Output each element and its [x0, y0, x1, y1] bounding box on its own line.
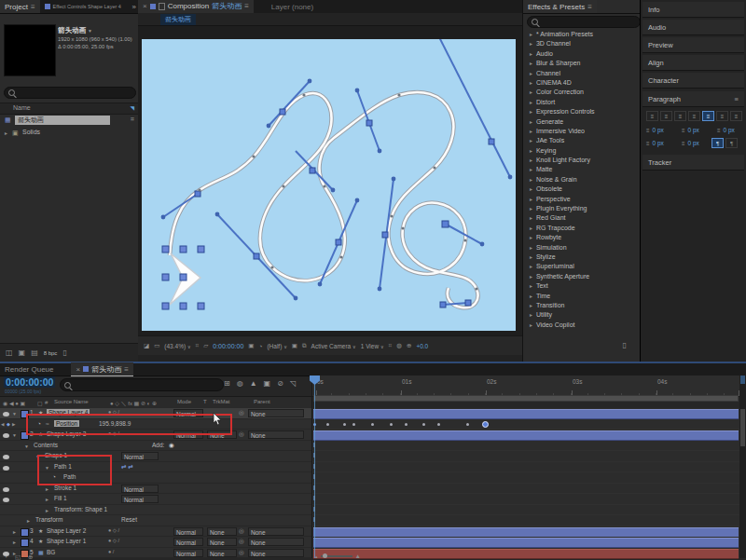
composition-canvas[interactable] — [142, 39, 516, 331]
align-button-3[interactable]: ≡ — [674, 111, 686, 121]
tab-timeline-comp[interactable]: × 箭头动画 ≡ — [71, 362, 132, 376]
effect-category-3d-channel[interactable]: ►3D Channel — [523, 39, 641, 48]
column-name-header[interactable]: Name — [13, 104, 31, 111]
effect-category-perspective[interactable]: ►Perspective — [523, 195, 641, 204]
camera-select[interactable]: Active Camera ∨ — [311, 343, 356, 349]
effect-category-time[interactable]: ►Time — [523, 292, 641, 301]
effect-category-animation-presets[interactable]: ►* Animation Presets — [523, 30, 641, 39]
close-tab-icon[interactable]: × — [76, 365, 80, 374]
tab-project[interactable]: Project ≡ — [0, 0, 40, 13]
align-button-6[interactable]: ≡ — [716, 111, 728, 121]
tab-effects-presets[interactable]: Effects & Presets ≡ — [523, 0, 597, 13]
effect-category-jae-tools[interactable]: ►JAe Tools — [523, 136, 641, 145]
keyframe[interactable] — [466, 423, 469, 426]
t-header[interactable]: T — [203, 399, 207, 404]
track-transform[interactable]: I — [312, 515, 739, 526]
transparency-grid-icon[interactable]: ⧉ — [302, 342, 307, 349]
text-direction-rtl-button[interactable]: ¶ — [725, 138, 738, 148]
expand-transfer-controls-icon[interactable]: ◱ — [15, 553, 21, 560]
keyframe[interactable] — [405, 423, 408, 426]
effect-category-audio[interactable]: ►Audio — [523, 49, 641, 59]
keyframe[interactable] — [343, 423, 346, 426]
effect-category-blur-sharpen[interactable]: ►Blur & Sharpen — [523, 59, 641, 68]
time-ruler[interactable]: 0s01s02s03s04s05s — [312, 376, 739, 397]
track-shape-layer-1[interactable] — [312, 537, 739, 548]
magnification-icon[interactable]: ▭ — [154, 342, 159, 349]
indent-field-5[interactable]: ≡0 px — [682, 138, 715, 148]
effect-category-generate[interactable]: ►Generate — [523, 117, 641, 127]
text-direction-ltr-button[interactable]: ¶ — [711, 138, 724, 148]
effects-search-input[interactable] — [527, 16, 641, 28]
comp-settings-icon[interactable]: ⌗ — [131, 116, 134, 123]
indent-field-4[interactable]: ≡0 px — [646, 138, 680, 148]
motion-blur-icon[interactable]: ⊘ — [277, 379, 283, 388]
hide-shy-layers-icon[interactable]: ▲ — [250, 379, 257, 388]
align-button-1[interactable]: ≡ — [646, 111, 658, 121]
comp-name[interactable]: 箭头动画 — [58, 26, 86, 34]
frame-blending-icon[interactable]: ▣ — [264, 379, 271, 388]
effect-category-expression-controls[interactable]: ►Expression Controls — [523, 107, 641, 116]
layer-duration-bar[interactable] — [313, 430, 739, 441]
align-button-7[interactable]: ≡ — [730, 111, 742, 121]
track-shape-layer-2[interactable] — [312, 526, 739, 538]
effect-category-red-giant[interactable]: ►Red Giant — [523, 213, 641, 223]
track-stroke-1[interactable]: I — [312, 484, 739, 495]
project-search-input[interactable] — [4, 87, 136, 99]
effect-category-channel[interactable]: ►Channel — [523, 69, 641, 78]
track-position[interactable] — [312, 419, 739, 430]
zoom-out-mountain-icon[interactable]: ▴ — [315, 553, 318, 559]
track-contents[interactable]: I — [312, 441, 739, 452]
keyframe[interactable] — [422, 423, 425, 426]
graph-editor-icon[interactable]: ◹ — [290, 379, 296, 388]
viewer-tab[interactable]: 箭头动画 — [160, 14, 196, 25]
scrollbar-thumb[interactable] — [740, 409, 745, 446]
effect-category-stylize[interactable]: ►Stylize — [523, 253, 641, 262]
keyframe[interactable] — [371, 423, 374, 426]
keyframe[interactable] — [437, 423, 440, 426]
zoom-select[interactable]: (43.4%) ∨ — [164, 343, 190, 349]
panel-menu-icon[interactable]: ≡ — [124, 365, 129, 374]
mask-visibility-icon[interactable]: ▱ — [203, 342, 208, 349]
layer-duration-bar[interactable] — [313, 549, 739, 559]
effect-category-noise-grain[interactable]: ►Noise & Grain — [523, 175, 641, 184]
layer-duration-bar[interactable] — [313, 527, 739, 538]
zoom-in-mountain-icon[interactable]: ▲ — [355, 553, 361, 559]
mode-header[interactable]: Mode — [177, 399, 191, 404]
channels-icon[interactable]: ◔ — [258, 343, 262, 349]
audio-panel-header[interactable]: Audio — [642, 20, 744, 35]
preview-panel-header[interactable]: Preview — [642, 37, 744, 53]
view-layout-select[interactable]: 1 View ∨ — [361, 343, 384, 349]
keyframe[interactable] — [326, 423, 329, 426]
effect-category-transition[interactable]: ►Transition — [523, 301, 641, 310]
effect-category-obsolete[interactable]: ►Obsolete — [523, 184, 641, 194]
info-panel-header[interactable]: Info — [642, 2, 744, 18]
track-bg[interactable] — [312, 548, 739, 559]
track-shape-layer-3[interactable] — [312, 430, 739, 441]
close-tab-icon[interactable]: × — [143, 2, 147, 10]
resolution-select[interactable]: (Half) ∨ — [267, 343, 286, 349]
project-bit-depth[interactable]: 8 bpc — [44, 350, 58, 356]
delete-icon[interactable]: ▯ — [62, 348, 66, 357]
effect-category-simulation[interactable]: ►Simulation — [523, 243, 641, 253]
expand-layer-switches-icon[interactable]: ◔ — [4, 553, 7, 560]
layer-duration-bar[interactable] — [313, 538, 739, 548]
layer-duration-bar[interactable] — [313, 409, 739, 419]
draft-3d-icon[interactable]: ◍ — [237, 379, 243, 388]
effect-category-plugin-everything[interactable]: ►Plugin Everything — [523, 204, 641, 213]
panel-menu-icon[interactable]: ≡ — [31, 3, 35, 11]
align-button-2[interactable]: ≡ — [660, 111, 672, 121]
new-folder-icon[interactable]: ▣ — [19, 348, 26, 357]
tracker-panel-header[interactable]: Tracker — [642, 155, 744, 171]
paragraph-panel-header[interactable]: Paragraph ≡ — [642, 91, 744, 107]
panel-menu-icon[interactable]: ≡ — [587, 3, 592, 11]
effect-category-text[interactable]: ►Text — [523, 281, 641, 291]
grid-guides-icon[interactable]: ⌗ — [196, 342, 200, 349]
tab-effect-controls[interactable]: Effect Controls Shape Layer 4 — [40, 0, 126, 13]
keyframe[interactable] — [352, 423, 355, 426]
snapshot-icon[interactable]: ▣ — [248, 342, 254, 349]
new-composition-icon[interactable]: ▤ — [31, 348, 38, 357]
keyframe-selected[interactable] — [482, 421, 489, 428]
roi-icon[interactable]: ▣ — [292, 342, 297, 349]
always-preview-icon[interactable]: ◪ — [144, 342, 149, 349]
effect-category-matte[interactable]: ►Matte — [523, 165, 641, 174]
